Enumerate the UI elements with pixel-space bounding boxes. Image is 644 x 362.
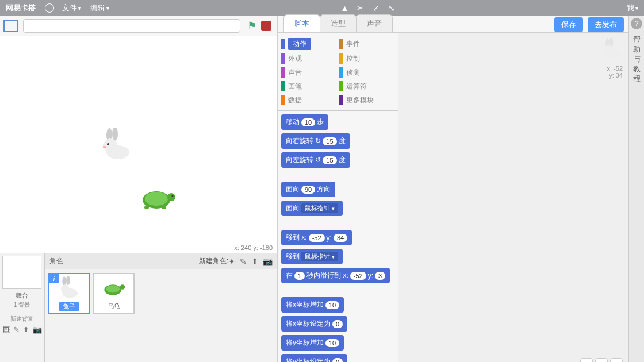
stage-mouse-coords: x: 240 y: -180: [234, 244, 273, 251]
svg-point-7: [145, 192, 168, 206]
help-text: 帮助与教程: [633, 35, 641, 83]
tab-sounds[interactable]: 声音: [356, 14, 393, 32]
svg-point-3: [103, 138, 117, 152]
scissors-icon[interactable]: ✂: [357, 3, 364, 13]
sprite-card-turtle[interactable]: 乌龟: [93, 273, 135, 314]
sprites-list: i 兔子 乌龟: [45, 269, 277, 362]
block-palette: 动作事件外观控制声音侦测画笔运算符数据更多模块 移动10步 向右旋转 ↻15度 …: [278, 33, 398, 362]
top-toolbar: 网易卡搭 文件 编辑 ▲ ✂ ⤢ ⤡ 我: [0, 0, 644, 16]
tab-scripts[interactable]: 脚本: [283, 14, 320, 32]
svg-point-15: [61, 284, 70, 293]
app-logo: 网易卡搭: [0, 3, 41, 13]
svg-point-20: [610, 38, 614, 47]
sprite-info-icon[interactable]: i: [49, 274, 59, 283]
sprite-turtle[interactable]: [138, 186, 175, 211]
backdrop-library-icon[interactable]: 🖼: [2, 325, 10, 334]
block-set-y[interactable]: 将y坐标设定为0: [281, 354, 347, 362]
block-turn-right[interactable]: 向右旋转 ↻15度: [281, 133, 350, 149]
stamp-icon[interactable]: ▲: [341, 3, 349, 13]
svg-point-4: [107, 143, 109, 145]
sprite-panel: 舞台 1 背景 新建背景 🖼 ✎ ⬆ 📷 角色 新建角色: ✦ ✎: [0, 253, 277, 362]
canvas-sprite-watermark: [600, 38, 623, 61]
block-goto[interactable]: 移到鼠标指针: [281, 249, 343, 264]
zoom-out-button[interactable]: −: [580, 358, 593, 362]
stage-thumbnail[interactable]: [2, 256, 41, 289]
tabs-row: 脚本 造型 声音 保存 去发布: [278, 16, 628, 33]
block-change-y[interactable]: 将y坐标增加10: [281, 335, 344, 351]
zoom-controls: − = +: [580, 358, 623, 362]
svg-point-12: [62, 276, 66, 286]
category-事件[interactable]: 事件: [338, 36, 396, 52]
block-goto-xy[interactable]: 移到 x:-52y:34: [281, 230, 352, 245]
fullscreen-button[interactable]: [3, 20, 18, 32]
block-turn-left[interactable]: 向左旋转 ↺15度: [281, 152, 350, 168]
editor-column: 脚本 造型 声音 保存 去发布 动作事件外观控制声音侦测画笔运算符数据更多模块 …: [278, 16, 628, 362]
category-更多模块[interactable]: 更多模块: [338, 93, 396, 107]
menu-edit[interactable]: 编辑: [86, 3, 114, 13]
category-画笔[interactable]: 画笔: [280, 79, 338, 93]
category-数据[interactable]: 数据: [280, 93, 338, 107]
block-point-towards[interactable]: 面向鼠标指针: [281, 201, 343, 216]
sprite-name: 兔子: [59, 302, 79, 311]
tab-costumes[interactable]: 造型: [320, 14, 356, 32]
help-panel: ? 帮助与教程: [628, 16, 644, 362]
globe-icon[interactable]: [45, 3, 54, 13]
script-canvas[interactable]: x: -52 y: 34 − = +: [398, 33, 628, 362]
svg-point-9: [172, 195, 174, 197]
svg-point-18: [120, 284, 125, 289]
stop-button[interactable]: [261, 21, 271, 31]
sprite-name: 乌龟: [108, 302, 120, 310]
green-flag-icon[interactable]: ⚑: [247, 20, 256, 32]
save-button[interactable]: 保存: [554, 17, 583, 32]
sprite-upload-icon[interactable]: ⬆: [251, 257, 258, 266]
category-声音[interactable]: 声音: [280, 66, 338, 79]
category-运算符[interactable]: 运算符: [338, 79, 396, 93]
shrink-icon[interactable]: ⤡: [388, 3, 395, 13]
block-categories: 动作事件外观控制声音侦测画笔运算符数据更多模块: [278, 33, 398, 111]
new-sprite-label: 新建角色:: [199, 256, 228, 266]
menu-me[interactable]: 我: [622, 3, 644, 13]
category-动作[interactable]: 动作: [280, 36, 338, 52]
zoom-in-button[interactable]: +: [610, 358, 623, 362]
sprite-rabbit[interactable]: [98, 128, 132, 163]
category-侦测[interactable]: 侦测: [338, 66, 396, 79]
stage-label: 舞台: [0, 291, 44, 300]
block-change-x[interactable]: 将x坐标增加10: [281, 297, 344, 313]
project-title-input[interactable]: [23, 19, 240, 33]
canvas-x-label: x: -52: [607, 65, 623, 72]
sprites-title: 角色: [49, 256, 63, 266]
sprites-header: 角色 新建角色: ✦ ✎ ⬆ 📷: [45, 253, 277, 269]
backdrop-camera-icon[interactable]: 📷: [33, 325, 42, 334]
svg-point-22: [604, 45, 613, 55]
svg-point-17: [106, 285, 120, 292]
block-move[interactable]: 移动10步: [281, 114, 328, 130]
backdrop-upload-icon[interactable]: ⬆: [23, 325, 29, 334]
svg-point-11: [162, 206, 166, 209]
sprite-library-icon[interactable]: ✦: [228, 257, 235, 266]
svg-point-13: [66, 276, 70, 285]
category-外观[interactable]: 外观: [280, 52, 338, 66]
new-backdrop-label: 新建背景: [0, 315, 44, 323]
block-glide[interactable]: 在1秒内滑行到 x:-52y:3: [281, 268, 390, 283]
zoom-reset-button[interactable]: =: [595, 358, 608, 362]
help-icon[interactable]: ?: [631, 18, 642, 29]
menu-file[interactable]: 文件: [57, 3, 86, 13]
svg-point-5: [103, 146, 106, 148]
stage-canvas[interactable]: x: 240 y: -180: [0, 36, 277, 253]
canvas-coords: x: -52 y: 34: [607, 65, 623, 79]
grow-icon[interactable]: ⤢: [373, 3, 379, 13]
svg-point-1: [112, 128, 118, 141]
svg-point-8: [167, 193, 175, 201]
stage-column: ⚑ y:452.1 x: 240 y: -180 舞台 1 背景 新建背景: [0, 16, 278, 362]
sprite-paint-icon[interactable]: ✎: [240, 257, 247, 266]
block-set-x[interactable]: 将x坐标设定为0: [281, 316, 347, 332]
publish-button[interactable]: 去发布: [588, 17, 624, 32]
sprite-card-rabbit[interactable]: i 兔子: [48, 273, 90, 314]
blocks-list: 移动10步 向右旋转 ↻15度 向左旋转 ↺15度 面向90方向 面向鼠标指针 …: [278, 111, 398, 362]
backdrop-paint-icon[interactable]: ✎: [13, 325, 20, 334]
block-point-direction[interactable]: 面向90方向: [281, 182, 335, 197]
backdrop-count: 1 背景: [0, 301, 44, 309]
category-控制[interactable]: 控制: [338, 52, 396, 66]
sprites-area: 角色 新建角色: ✦ ✎ ⬆ 📷 i 兔子: [45, 253, 277, 362]
sprite-camera-icon[interactable]: 📷: [263, 257, 273, 266]
